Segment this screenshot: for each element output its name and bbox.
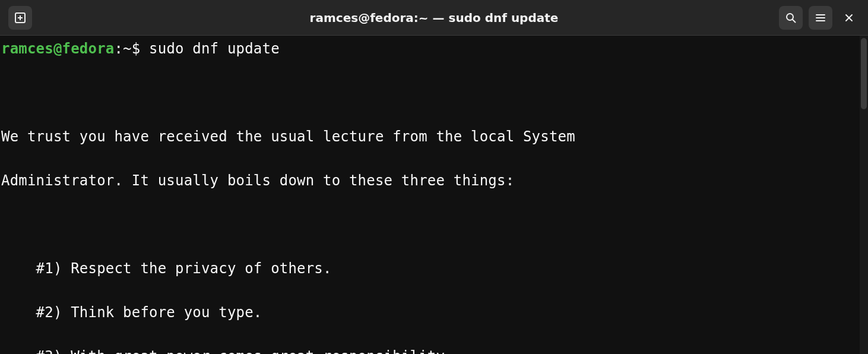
close-window-button[interactable] [838, 6, 860, 30]
lecture-line-2: Administrator. It usually boils down to … [1, 170, 859, 192]
scrollbar-thumb[interactable] [861, 38, 867, 109]
new-tab-button[interactable] [8, 6, 32, 30]
blank-line [1, 82, 859, 104]
search-button[interactable] [779, 6, 803, 30]
lecture-rule-3: #3) With great power comes great respons… [1, 346, 859, 354]
lecture-line-1: We trust you have received the usual lec… [1, 126, 859, 148]
prompt-sep: : [114, 40, 123, 57]
vertical-scrollbar[interactable] [860, 36, 868, 354]
lecture-rule-1: #1) Respect the privacy of others. [1, 258, 859, 280]
terminal-output[interactable]: ramces@fedora:~$ sudo dnf update We trus… [0, 36, 860, 354]
prompt-symbol: $ [132, 40, 141, 57]
window-title: ramces@fedora:~ — sudo dnf update [0, 11, 868, 25]
blank-line [1, 214, 859, 236]
window-titlebar: ramces@fedora:~ — sudo dnf update [0, 0, 868, 36]
prompt-line: ramces@fedora:~$ sudo dnf update [1, 38, 859, 60]
prompt-command: sudo dnf update [149, 40, 280, 57]
prompt-path: ~ [123, 40, 132, 57]
hamburger-icon [815, 12, 826, 24]
new-tab-icon [14, 12, 26, 24]
prompt-userhost: ramces@fedora [1, 40, 114, 57]
hamburger-menu-button[interactable] [809, 6, 832, 30]
lecture-rule-2: #2) Think before you type. [1, 302, 859, 324]
search-icon [785, 12, 797, 24]
svg-line-4 [793, 20, 796, 23]
close-icon [844, 13, 854, 23]
